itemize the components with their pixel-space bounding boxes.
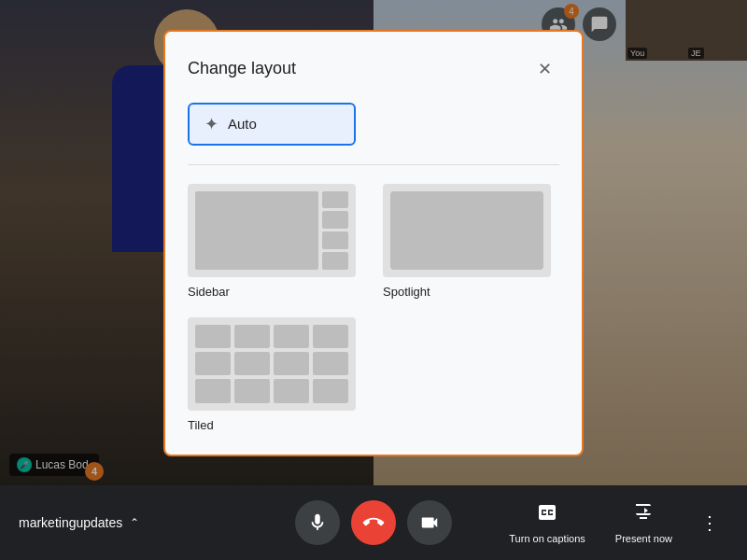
tile-12 [313,379,348,402]
tiled-preview-inner [188,317,356,411]
tiled-preview [188,317,356,411]
meeting-name: marketingupdates [19,515,122,530]
sidebar-thumbs [322,191,348,270]
mic-button[interactable] [295,500,340,545]
auto-label: Auto [228,116,257,132]
spotlight-preview [383,184,551,277]
tile-8 [313,352,348,375]
sidebar-thumb-2 [322,211,348,229]
layout-options-grid: Sidebar Spotlight [188,184,559,432]
bottom-controls [295,500,452,545]
tile-3 [274,325,309,348]
spotlight-preview-inner [390,191,543,270]
tile-9 [195,379,231,402]
captions-label: Turn on captions [509,533,585,544]
change-layout-modal: Change layout ✕ ✦ Auto [163,30,584,456]
layout-option-tiled[interactable]: Tiled [188,317,559,432]
captions-icon [536,501,558,529]
more-options-button[interactable]: ⋮ [691,504,728,541]
modal-title: Change layout [188,59,296,78]
camera-button[interactable] [407,500,452,545]
sidebar-thumb-1 [322,191,348,209]
sidebar-preview [188,184,356,277]
more-icon: ⋮ [700,511,719,534]
bottom-bar: marketingupdates ⌃ Turn on ca [0,485,747,560]
sidebar-preview-inner [188,184,356,277]
modal-divider [188,164,559,165]
tile-2 [234,325,270,348]
tile-10 [234,379,270,402]
layout-option-sidebar[interactable]: Sidebar [188,184,364,299]
spotlight-label: Spotlight [383,285,559,299]
sidebar-label: Sidebar [188,285,364,299]
present-label: Present now [615,533,672,544]
sidebar-thumb-3 [322,231,348,249]
modal-header: Change layout ✕ [188,54,559,84]
bottom-right-actions: Turn on captions Present now ⋮ [498,497,728,548]
meeting-name-area: marketingupdates ⌃ [19,515,139,530]
captions-action[interactable]: Turn on captions [498,497,597,548]
tile-6 [234,352,270,375]
tile-1 [195,325,231,348]
tile-7 [274,352,309,375]
layout-option-spotlight[interactable]: Spotlight [383,184,559,299]
sidebar-main-area [195,191,318,270]
close-modal-button[interactable]: ✕ [529,54,559,84]
tile-5 [195,352,231,375]
present-icon [632,501,655,529]
sidebar-thumb-4 [322,252,348,270]
tile-11 [274,379,309,402]
caret-icon[interactable]: ⌃ [130,516,139,529]
present-action[interactable]: Present now [604,497,684,548]
auto-icon: ✦ [204,114,218,134]
tiled-label: Tiled [188,418,559,432]
hangup-button[interactable] [351,500,396,545]
modal-overlay: Change layout ✕ ✦ Auto [0,0,747,485]
tile-4 [313,325,348,348]
auto-layout-button[interactable]: ✦ Auto [188,103,356,146]
